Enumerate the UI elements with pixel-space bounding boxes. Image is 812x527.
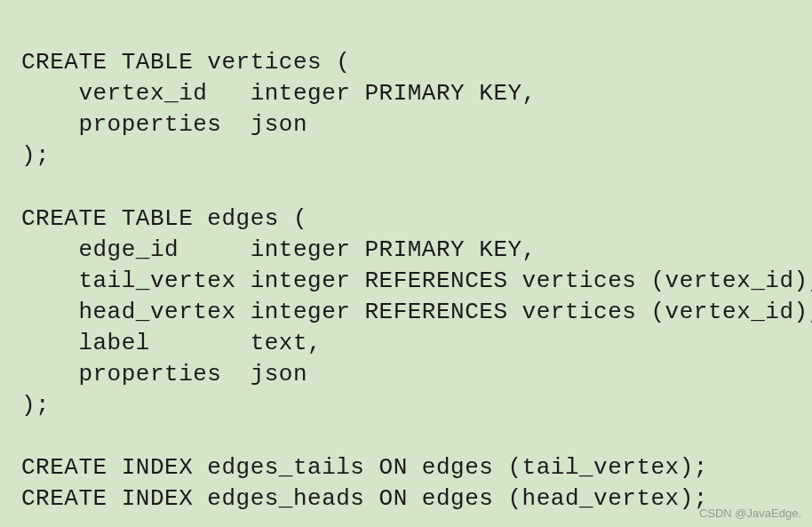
code-line: properties json — [21, 111, 307, 138]
code-line: label text, — [21, 330, 322, 356]
code-line: CREATE INDEX edges_heads ON edges (head_… — [21, 485, 708, 512]
code-line: tail_vertex integer REFERENCES vertices … — [21, 267, 812, 294]
code-line: ); — [21, 142, 50, 169]
watermark-text: CSDN @JavaEdge. — [699, 506, 801, 522]
code-line: CREATE TABLE vertices ( — [21, 49, 350, 76]
code-line: vertex_id integer PRIMARY KEY, — [21, 80, 537, 107]
code-line: CREATE INDEX edges_tails ON edges (tail_… — [21, 454, 708, 481]
sql-code-block: CREATE TABLE vertices ( vertex_id intege… — [21, 16, 791, 515]
code-line: edge_id integer PRIMARY KEY, — [21, 236, 537, 263]
code-line: head_vertex integer REFERENCES vertices … — [21, 299, 812, 325]
code-line: CREATE TABLE edges ( — [21, 205, 307, 232]
code-line: ); — [21, 392, 50, 419]
code-line: properties json — [21, 361, 307, 387]
